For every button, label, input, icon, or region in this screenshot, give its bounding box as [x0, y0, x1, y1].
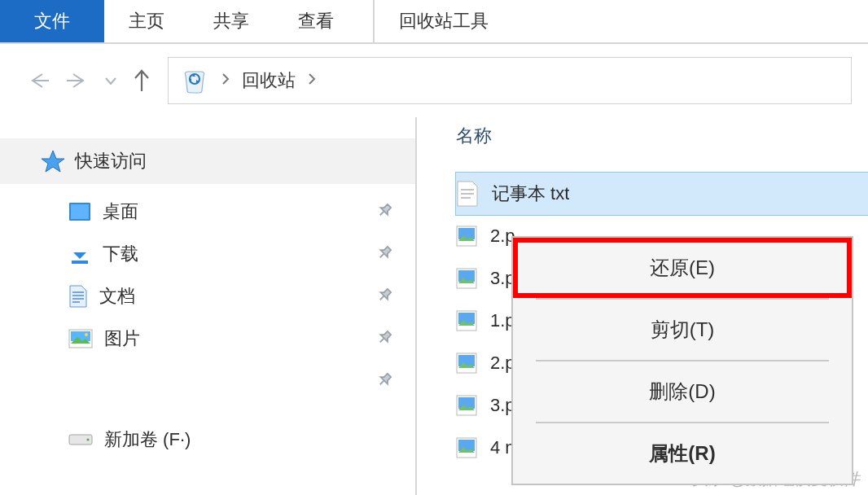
ctx-properties[interactable]: 属性(R): [513, 423, 852, 484]
pin-icon: [370, 199, 396, 224]
pin-icon: [370, 241, 396, 266]
svg-rect-2: [72, 261, 88, 264]
ribbon-tabs: 文件 主页 共享 查看 回收站工具: [0, 0, 868, 44]
svg-rect-11: [458, 270, 475, 282]
up-icon[interactable]: [132, 68, 151, 93]
sidebar-item-label: 下载: [103, 242, 138, 266]
sidebar-item-pictures[interactable]: 图片: [0, 318, 415, 360]
ctx-cut[interactable]: 剪切(T): [513, 300, 852, 360]
breadcrumb[interactable]: 回收站: [168, 57, 852, 104]
pin-icon: [370, 326, 396, 351]
back-icon[interactable]: [26, 71, 50, 90]
tab-home[interactable]: 主页: [104, 0, 189, 42]
image-icon: [456, 310, 477, 331]
address-bar: 回收站: [0, 44, 868, 117]
svg-point-5: [85, 333, 88, 336]
nav-sidebar: 快速访问 桌面 下载 文档: [0, 117, 417, 495]
pin-icon: [370, 283, 396, 309]
sidebar-quick-access[interactable]: 快速访问: [0, 138, 415, 184]
star-icon: [41, 149, 65, 173]
breadcrumb-location[interactable]: 回收站: [242, 68, 296, 93]
tab-view[interactable]: 查看: [274, 0, 358, 42]
recent-dropdown-icon[interactable]: [104, 75, 117, 86]
drive-icon: [68, 431, 93, 448]
desktop-icon: [68, 202, 91, 221]
pictures-icon: [68, 329, 93, 348]
image-icon: [456, 437, 477, 458]
pin-icon: [370, 368, 396, 393]
svg-rect-4: [71, 331, 90, 341]
ctx-delete[interactable]: 删除(D): [513, 361, 852, 422]
sidebar-quick-access-label: 快速访问: [75, 149, 147, 173]
forward-icon[interactable]: [65, 71, 90, 90]
sidebar-item-label: 桌面: [103, 199, 138, 224]
svg-rect-19: [458, 440, 475, 451]
sidebar-item-drive[interactable]: 新加卷 (F·): [0, 418, 415, 461]
svg-point-7: [86, 438, 89, 440]
sidebar-item-documents[interactable]: 文档: [0, 275, 415, 318]
chevron-right-icon: [221, 70, 230, 91]
nav-arrows: [26, 68, 151, 93]
column-header-name[interactable]: 名称: [456, 124, 868, 148]
svg-rect-9: [458, 228, 475, 239]
svg-rect-15: [458, 355, 475, 366]
image-icon: [456, 395, 477, 416]
file-name: 记事本 txt: [492, 182, 569, 206]
tab-share[interactable]: 共享: [189, 0, 274, 42]
svg-rect-17: [458, 397, 475, 409]
context-menu: 还原(E) 剪切(T) 删除(D) 属性(R): [511, 236, 853, 485]
sidebar-item-downloads[interactable]: 下载: [0, 233, 415, 275]
tab-recyclebin-tools[interactable]: 回收站工具: [373, 0, 513, 42]
download-icon: [68, 243, 91, 265]
ctx-restore[interactable]: 还原(E): [513, 238, 852, 298]
sidebar-item-pinned[interactable]: [0, 360, 415, 402]
sidebar-item-label: 图片: [104, 326, 140, 351]
file-row[interactable]: 记事本 txt: [456, 173, 868, 215]
image-icon: [456, 268, 477, 289]
image-icon: [456, 353, 477, 374]
image-icon: [456, 226, 477, 247]
sidebar-item-label: 文档: [99, 284, 135, 309]
txt-icon: [456, 180, 479, 208]
chevron-right-icon: [307, 70, 317, 91]
svg-rect-13: [458, 313, 475, 324]
svg-rect-1: [71, 204, 89, 219]
sidebar-item-label: 新加卷 (F·): [104, 427, 191, 452]
recycle-bin-icon: [180, 66, 209, 95]
sidebar-item-desktop[interactable]: 桌面: [0, 191, 415, 233]
tab-file[interactable]: 文件: [0, 0, 104, 42]
document-icon: [68, 284, 88, 309]
